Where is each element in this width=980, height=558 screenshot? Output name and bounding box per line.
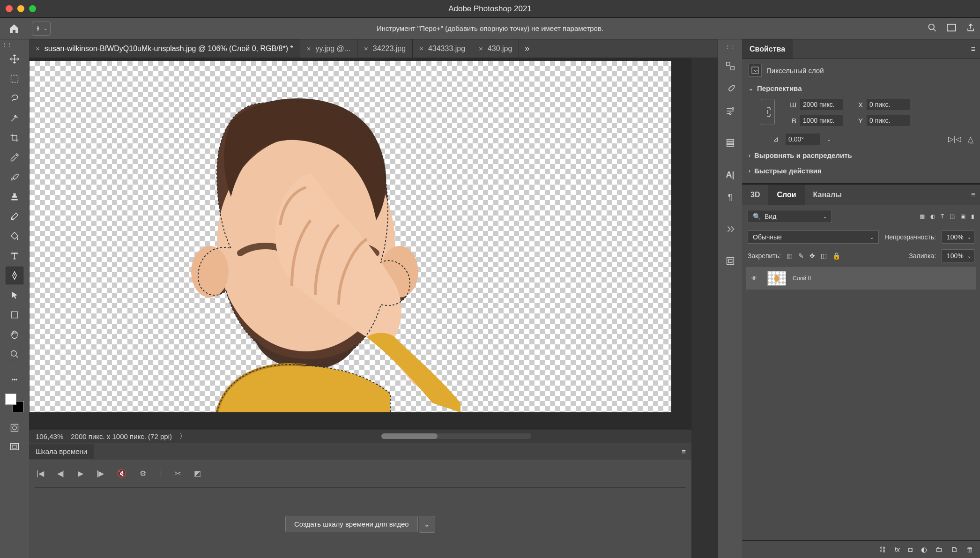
mute-button[interactable]: 🔇 <box>117 469 126 478</box>
fx-button[interactable]: fx <box>894 545 900 553</box>
rectangle-tool[interactable] <box>6 306 23 324</box>
search-button[interactable] <box>928 23 937 34</box>
quick-section-header[interactable]: ›Быстрые действия <box>749 163 973 179</box>
chevron-down-icon[interactable]: ⌄ <box>827 137 831 142</box>
align-section-header[interactable]: ›Выровнять и распределить <box>749 148 973 163</box>
gradient-tool[interactable] <box>6 227 23 245</box>
flip-vertical-button[interactable]: △̲ <box>968 135 973 143</box>
mask-button[interactable]: ◘ <box>908 545 913 553</box>
y-field[interactable] <box>867 115 910 126</box>
layer-thumbnail[interactable] <box>767 271 786 286</box>
canvas-area[interactable] <box>29 58 691 430</box>
eyedropper-tool[interactable] <box>6 149 23 166</box>
document-tab[interactable]: ×susan-wilkinson-BfWDyQ10uMk-unsplash.jp… <box>29 39 300 58</box>
filter-shape-icon[interactable]: ◫ <box>950 213 955 220</box>
brush-tool[interactable] <box>6 168 23 186</box>
tabs-overflow-button[interactable]: » <box>519 39 535 58</box>
pen-tool[interactable] <box>6 267 23 284</box>
eraser-tool[interactable] <box>6 208 23 225</box>
panel-menu-icon[interactable]: ≡ <box>682 447 686 455</box>
next-frame-button[interactable]: |▶ <box>97 469 104 478</box>
horizontal-scrollbar[interactable] <box>381 433 531 439</box>
move-tool[interactable] <box>6 50 23 68</box>
color-swatches[interactable] <box>5 394 24 412</box>
quick-mask-button[interactable] <box>6 419 23 437</box>
character-panel-icon[interactable]: A| <box>724 168 737 181</box>
fill-field[interactable]: 100%⌄ <box>942 249 974 262</box>
flip-horizontal-button[interactable]: ▷|◁ <box>948 135 961 143</box>
angle-field[interactable] <box>786 134 820 145</box>
foreground-swatch[interactable] <box>5 394 16 405</box>
visibility-toggle[interactable]: 👁 <box>751 275 761 282</box>
tab-layers[interactable]: Слои <box>768 185 804 205</box>
close-icon[interactable]: × <box>419 45 423 52</box>
filter-type-icon[interactable]: T <box>941 213 944 220</box>
doc-dimensions[interactable]: 2000 пикс. x 1000 пикс. (72 ppi) <box>71 432 172 440</box>
zoom-tool[interactable] <box>6 345 23 363</box>
create-timeline-button[interactable]: Создать шкалу времени для видео <box>285 516 418 532</box>
document-tab[interactable]: ×34223.jpg <box>357 39 413 58</box>
lock-brush-icon[interactable]: ✎ <box>798 252 804 260</box>
type-tool[interactable] <box>6 247 23 265</box>
close-window-button[interactable] <box>6 5 13 12</box>
lock-pixels-icon[interactable]: ▦ <box>787 252 793 260</box>
canvas[interactable] <box>30 61 671 412</box>
brushes-panel-icon[interactable] <box>724 82 737 95</box>
new-layer-button[interactable]: 🗋 <box>951 545 958 553</box>
filter-toggle[interactable]: ▮ <box>971 213 974 220</box>
panel-menu-icon[interactable]: ≡ <box>963 185 980 205</box>
screen-mode-button[interactable] <box>6 439 23 456</box>
document-tab[interactable]: ×yy.jpg @... <box>300 39 357 58</box>
marquee-tool[interactable] <box>6 70 23 88</box>
width-field[interactable] <box>800 99 843 110</box>
path-select-tool[interactable] <box>6 286 23 304</box>
paragraph-panel-icon[interactable]: ¶ <box>724 191 737 204</box>
grip-icon[interactable]: ⋮⋮ <box>0 42 12 48</box>
color-panel-icon[interactable] <box>724 60 737 73</box>
filter-adjust-icon[interactable]: ◐ <box>930 213 935 220</box>
tab-3d[interactable]: 3D <box>742 185 768 205</box>
close-icon[interactable]: × <box>307 45 311 52</box>
link-layers-button[interactable]: ⛓ <box>879 545 886 553</box>
lock-artboard-icon[interactable]: ◫ <box>821 252 827 260</box>
filter-smart-icon[interactable]: ▣ <box>960 213 965 220</box>
transform-section-header[interactable]: ⌄Перспектива <box>749 81 973 96</box>
chevron-right-icon[interactable]: 〉 <box>179 432 186 441</box>
hand-tool[interactable] <box>6 326 23 343</box>
lock-all-icon[interactable]: 🔒 <box>832 252 840 260</box>
x-field[interactable] <box>867 99 910 110</box>
transition-button[interactable]: ◩ <box>194 469 201 478</box>
tool-indicator[interactable]: ⌄ <box>32 22 51 36</box>
filter-pixel-icon[interactable]: ▦ <box>920 213 925 220</box>
tab-channels[interactable]: Каналы <box>805 185 850 205</box>
lasso-tool[interactable] <box>6 89 23 107</box>
close-icon[interactable]: × <box>36 45 40 52</box>
properties-tab[interactable]: Свойства <box>742 39 793 59</box>
share-button[interactable] <box>966 23 975 34</box>
layer-row[interactable]: 👁 Слой 0 <box>746 267 976 290</box>
timeline-dropdown-button[interactable]: ⌄ <box>419 516 435 533</box>
delete-button[interactable]: 🗑 <box>966 545 973 553</box>
zoom-value[interactable]: 106,43% <box>36 432 63 440</box>
adjustment-button[interactable]: ◐ <box>921 545 927 554</box>
clone-stamp-tool[interactable] <box>6 188 23 206</box>
layer-filter-dropdown[interactable]: 🔍 Вид ⌄ <box>748 210 832 223</box>
document-tab[interactable]: ×430.jpg <box>472 39 519 58</box>
crop-tool[interactable] <box>6 129 23 147</box>
go-first-button[interactable]: |◀ <box>37 469 44 478</box>
opacity-field[interactable]: 100%⌄ <box>942 231 974 244</box>
minimize-window-button[interactable] <box>17 5 24 12</box>
document-tab[interactable]: ×434333.jpg <box>413 39 472 58</box>
blend-mode-dropdown[interactable]: Обычные⌄ <box>748 231 879 244</box>
split-button[interactable]: ✂ <box>175 469 181 478</box>
timeline-tab[interactable]: Шкала времени <box>29 444 94 459</box>
quick-select-tool[interactable] <box>6 109 23 127</box>
grip-icon[interactable]: ⋮⋮ <box>725 44 735 50</box>
panel-menu-icon[interactable]: ≡ <box>964 39 980 59</box>
close-icon[interactable]: × <box>364 45 368 52</box>
close-icon[interactable]: × <box>479 45 483 52</box>
styles-panel-icon[interactable] <box>724 136 737 149</box>
home-button[interactable] <box>5 21 23 37</box>
view-mode-button[interactable] <box>946 23 957 33</box>
group-button[interactable]: 🗀 <box>935 545 943 553</box>
